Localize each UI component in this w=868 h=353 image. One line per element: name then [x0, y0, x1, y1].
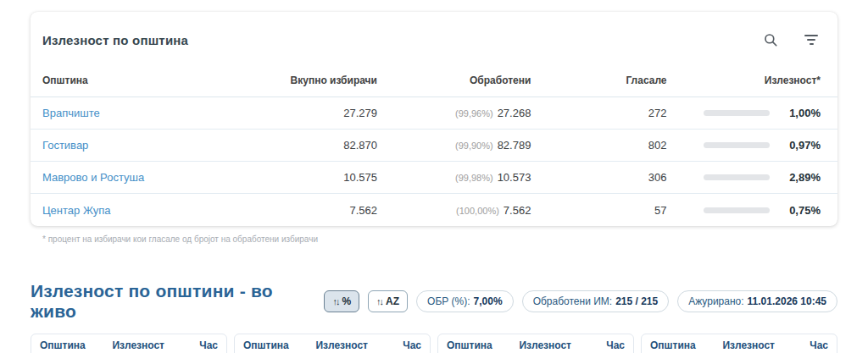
turnout-card: Излезност по општина Општина Вкупно изби…: [31, 12, 837, 226]
obr-badge: ОБР (%):7,00%: [416, 290, 514, 312]
turnout-cell: 0,97%: [667, 139, 821, 152]
processed-im-value: 215 / 215: [615, 295, 658, 307]
processed-value: (99,98%)10.573: [377, 171, 531, 184]
processed-value: (100,00%)7.562: [377, 204, 531, 217]
card-title: Излезност по општина: [42, 33, 188, 47]
live-section-header: Излезност по општини - во живо ↑↓ % ↑↓ A…: [31, 281, 837, 322]
sort-arrows-icon: ↑↓: [332, 296, 338, 306]
total-voters-value: 27.279: [232, 107, 377, 119]
live-col-municipality: Општина: [650, 339, 714, 351]
voted-value: 802: [531, 139, 666, 152]
col-voted: Гласале: [531, 66, 666, 97]
live-col-turnout: Излезност: [103, 339, 174, 351]
sort-arrows-icon: ↑↓: [376, 296, 382, 306]
filter-list-icon[interactable]: [802, 30, 821, 49]
live-col-turnout: Излезност: [307, 339, 377, 351]
total-voters-value: 10.575: [232, 171, 377, 184]
turnout-cell: 2,89%: [667, 171, 821, 184]
turnout-progressbar: [704, 110, 770, 116]
turnout-percent: 0,97%: [785, 139, 821, 152]
col-total-voters: Вкупно избирачи: [232, 66, 377, 97]
turnout-percent: 1,00%: [785, 107, 821, 119]
live-group: Општина Излезност Час М. И РОСТУША 2.89%…: [31, 334, 227, 353]
col-municipality: Општина: [42, 66, 232, 97]
col-processed: Обработени: [377, 66, 531, 97]
municipality-link[interactable]: Маврово и Ростуша: [42, 171, 232, 184]
live-col-turnout: Излезност: [510, 339, 581, 351]
sort-percent-button[interactable]: ↑↓ %: [324, 290, 359, 312]
live-col-municipality: Општина: [447, 339, 510, 351]
live-col-turnout: Излезност: [714, 339, 784, 351]
total-voters-value: 82.870: [232, 139, 377, 152]
footnote: * процент на избирачи кои гласале од бро…: [31, 226, 837, 244]
live-group: Општина Излезност Час ГОСТИВАР 0.97% 09:…: [437, 334, 634, 353]
updated-value: 11.01.2026 10:45: [748, 295, 826, 307]
processed-im-badge: Обработени ИМ:215 / 215: [522, 290, 670, 312]
table-row: Центар Жупа 7.562 (100,00%)7.562 57 0,75…: [31, 194, 837, 226]
processed-value: (99,96%)27.268: [377, 107, 531, 119]
updated-badge: Ажурирано:11.01.2026 10:45: [677, 290, 837, 312]
live-col-municipality: Општина: [243, 339, 307, 351]
processed-pct: (99,96%): [455, 108, 493, 119]
table-row: Маврово и Ростуша 10.575 (99,98%)10.573 …: [31, 162, 837, 194]
total-voters-value: 7.562: [232, 204, 377, 217]
municipality-link[interactable]: Центар Жупа: [42, 204, 232, 217]
live-group: Општина Излезност Час ВРАПЧИШТЕ 1% 09:00: [234, 334, 431, 353]
live-col-time: Час: [174, 339, 219, 351]
turnout-cell: 0,75%: [667, 204, 821, 217]
sort-az-label: AZ: [386, 295, 399, 307]
turnout-card-header: Излезност по општина: [31, 27, 837, 51]
voted-value: 272: [531, 107, 666, 119]
voted-value: 57: [531, 204, 666, 217]
live-title: Излезност по општини - во живо: [31, 281, 315, 322]
processed-pct: (99,90%): [455, 141, 493, 151]
sort-alphabetical-button[interactable]: ↑↓ AZ: [368, 290, 408, 312]
live-group: Општина Излезност Час Ц. ЖУПА 0.75% 09:0…: [641, 334, 837, 353]
live-col-time: Час: [377, 339, 422, 351]
table-row: Врапчиште 27.279 (99,96%)27.268 272 1,00…: [31, 97, 837, 130]
turnout-progressbar: [704, 142, 770, 148]
col-turnout: Излезност*: [667, 66, 821, 97]
turnout-progressbar: [704, 174, 770, 180]
page: Излезност по општина Општина Вкупно изби…: [0, 0, 868, 353]
turnout-percent: 0,75%: [785, 204, 821, 217]
voted-value: 306: [531, 171, 666, 184]
processed-value: (99,90%)82.789: [377, 139, 531, 152]
table-row: Гостивар 82.870 (99,90%)82.789 802 0,97%: [31, 130, 837, 162]
search-icon[interactable]: [761, 30, 780, 49]
live-col-time: Час: [581, 339, 626, 351]
table-header-row: Општина Вкупно избирачи Обработени Гласа…: [31, 66, 837, 97]
municipality-link[interactable]: Гостивар: [42, 139, 232, 152]
live-col-municipality: Општина: [40, 339, 103, 351]
processed-pct: (100,00%): [456, 206, 499, 216]
obr-value: 7,00%: [474, 295, 503, 307]
sort-percent-label: %: [342, 295, 351, 307]
processed-pct: (99,98%): [455, 173, 493, 183]
live-table: Општина Излезност Час М. И РОСТУША 2.89%…: [31, 334, 837, 353]
turnout-progressbar: [704, 207, 770, 213]
turnout-cell: 1,00%: [667, 107, 821, 119]
live-col-time: Час: [784, 339, 829, 351]
turnout-percent: 2,89%: [785, 171, 821, 184]
municipality-link[interactable]: Врапчиште: [42, 107, 232, 119]
